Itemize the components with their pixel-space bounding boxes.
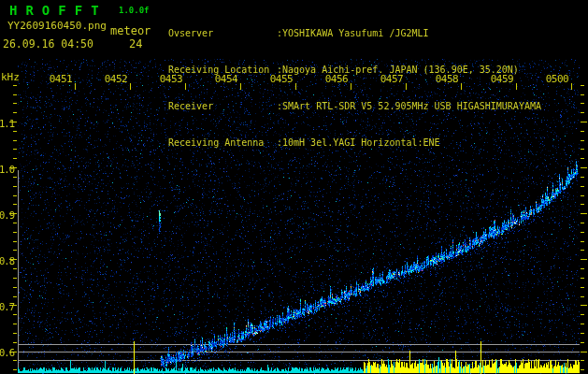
x-axis-label: 0458 <box>436 73 459 85</box>
receiver-info: Ovserver:YOSHIKAWA Yasufumi /JG2MLI Rece… <box>168 3 541 173</box>
x-axis-label: 0455 <box>270 73 294 85</box>
meteor-count: 24 <box>129 37 142 50</box>
info-row: Receiver:SMArt RTL-SDR V5 52.905MHz USB … <box>168 100 541 112</box>
x-axis-label: 0459 <box>491 73 514 85</box>
info-label: Receiving Antenna <box>168 137 277 149</box>
y-axis-label: 0.6 <box>0 347 14 358</box>
x-axis-label: 0454 <box>215 73 238 85</box>
y-axis-label: 1.1 <box>0 118 14 129</box>
info-value: :SMArt RTL-SDR V5 52.905MHz USB HIGASHIM… <box>277 101 541 111</box>
y-axis-label: 1.0 <box>0 164 14 175</box>
y-axis-label: 0.8 <box>0 255 14 266</box>
version-label: 1.0.0f <box>119 6 150 15</box>
y-axis-label: 0.7 <box>0 301 14 312</box>
hrofft-window: HROFFT 1.0.0f YY2609160450.png meteor 26… <box>0 0 588 374</box>
info-row: Receiving Antenna:10mH 3el.YAGI Horizont… <box>168 137 541 149</box>
x-axis-label: 0456 <box>325 73 349 85</box>
x-axis-label: 0500 <box>546 73 569 85</box>
mode-label: meteor <box>110 24 151 37</box>
x-axis-label: 0451 <box>50 73 73 85</box>
datetime-label: 26.09.16 04:50 <box>3 37 93 50</box>
info-row: Ovserver:YOSHIKAWA Yasufumi /JG2MLI <box>168 27 541 39</box>
info-label: Receiver <box>168 100 277 112</box>
y-axis-unit: kHz <box>1 71 20 83</box>
info-value: :YOSHIKAWA Yasufumi /JG2MLI <box>277 28 429 38</box>
x-axis-label: 0453 <box>160 73 183 85</box>
filename-label: YY2609160450.png <box>7 20 107 32</box>
x-axis-label: 0452 <box>105 73 128 85</box>
info-value: :10mH 3el.YAGI Horizontal:ENE <box>277 137 440 148</box>
x-axis-label: 0457 <box>380 73 404 85</box>
info-label: Ovserver <box>168 27 277 39</box>
app-title: HROFFT <box>9 3 108 18</box>
y-axis-label: 0.9 <box>0 209 14 221</box>
